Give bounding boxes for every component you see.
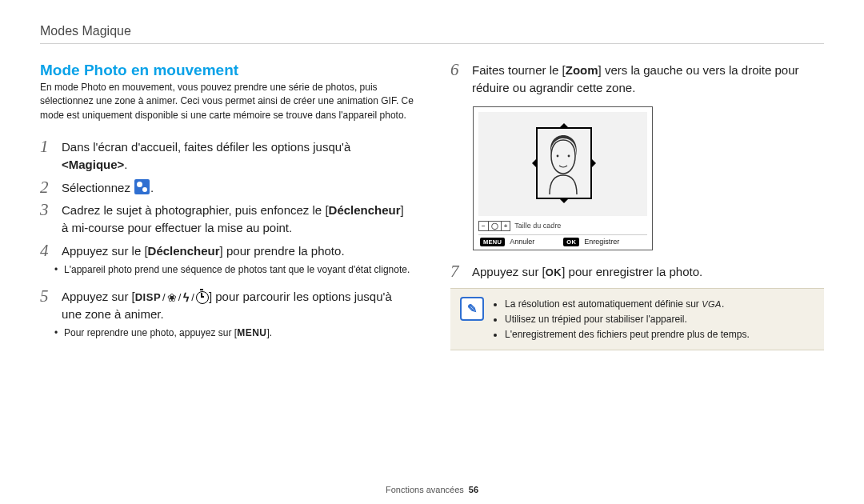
step-4-text: Appuyez sur le [Déclencheur] pour prendr… bbox=[62, 242, 414, 260]
note-item-3: L'enregistrement des fichiers peut prend… bbox=[505, 327, 750, 342]
step-5-sub: Pour reprendre une photo, appuyez sur [M… bbox=[40, 326, 414, 340]
arrow-right-icon bbox=[591, 158, 601, 168]
step-6-text: Faites tourner le [Zoom] vers la gauche … bbox=[472, 62, 824, 97]
menu-pill-icon: MENU bbox=[480, 238, 505, 246]
step-number-3: 3 bbox=[40, 202, 53, 218]
flash-icon: ϟ bbox=[182, 290, 190, 306]
step-2-text: Sélectionnez . bbox=[62, 179, 414, 197]
step-number-2: 2 bbox=[40, 179, 53, 196]
macro-icon: ❀ bbox=[167, 290, 177, 306]
step-number-7: 7 bbox=[450, 263, 463, 280]
step-number-6: 6 bbox=[450, 62, 463, 78]
step-number-1: 1 bbox=[40, 138, 53, 155]
lcd-save-label: Enregistrer bbox=[584, 238, 619, 246]
step-number-5: 5 bbox=[40, 288, 53, 305]
ok-pill-icon: OK bbox=[563, 238, 579, 246]
note-box: ✎ La résolution est automatiquement défi… bbox=[450, 288, 824, 350]
arrow-left-icon bbox=[527, 158, 537, 168]
step-4-sub: L'appareil photo prend une séquence de p… bbox=[40, 262, 414, 277]
zoom-control-icon: −◯+ bbox=[478, 221, 510, 231]
lcd-image-area bbox=[478, 112, 647, 216]
step-5-text: Appuyez sur [ DISP / ❀ / ϟ / ] pour parc… bbox=[62, 288, 414, 323]
intro-paragraph: En mode Photo en mouvement, vous pouvez … bbox=[40, 81, 414, 122]
divider bbox=[40, 43, 824, 44]
lcd-cancel-label: Annuler bbox=[510, 238, 534, 246]
note-item-1: La résolution est automatiquement défini… bbox=[505, 297, 750, 312]
arrow-down-icon bbox=[559, 198, 569, 208]
timer-icon bbox=[196, 291, 209, 304]
ok-label-icon: OK bbox=[546, 266, 562, 278]
selection-frame bbox=[536, 127, 592, 199]
breadcrumb: Modes Magique bbox=[40, 24, 824, 38]
step-number-4: 4 bbox=[40, 242, 53, 259]
menu-label-icon: MENU bbox=[237, 327, 266, 338]
vga-tag: VGA bbox=[702, 299, 722, 309]
step-7-text: Appuyez sur [OK] pour enregistrer la pho… bbox=[472, 263, 824, 281]
arrow-up-icon bbox=[559, 118, 569, 128]
mode-icon bbox=[134, 179, 150, 194]
note-icon: ✎ bbox=[460, 297, 484, 321]
step-3-text: Cadrez le sujet à photographier, puis en… bbox=[62, 202, 414, 237]
lcd-frame-caption: Taille du cadre bbox=[514, 222, 561, 230]
step-1-text: Dans l'écran d'accueil, faites défiler l… bbox=[62, 138, 414, 174]
nav-controls-icon: DISP / ❀ / ϟ / bbox=[135, 290, 209, 306]
note-item-2: Utilisez un trépied pour stabiliser l'ap… bbox=[505, 312, 750, 327]
page-footer: Fonctions avancées56 bbox=[40, 480, 824, 494]
camera-lcd-mockup: −◯+ Taille du cadre MENU Annuler OK Enre… bbox=[473, 106, 653, 250]
section-title: Mode Photo en mouvement bbox=[40, 62, 414, 79]
disp-label: DISP bbox=[135, 290, 161, 306]
